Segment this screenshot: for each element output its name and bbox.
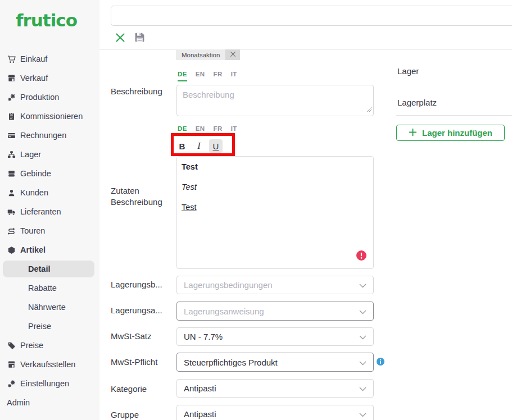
- sidebar-item-naehrwerte[interactable]: Nährwerte: [0, 298, 99, 317]
- sidebar-item-label: Artikel: [20, 245, 46, 254]
- tab-fr[interactable]: FR: [214, 71, 223, 81]
- select-value: Antipasti: [184, 409, 216, 419]
- select-placeholder: Lagerungsanweisung: [184, 307, 264, 316]
- frutico-logo: frutico: [16, 10, 77, 30]
- ingredients-language-tabs: DE EN FR IT: [178, 125, 237, 136]
- cancel-button[interactable]: [114, 31, 127, 45]
- sidebar-item-rechnungen[interactable]: Rechnungen: [0, 126, 99, 145]
- sidebar-item-preise[interactable]: Preise: [0, 336, 99, 355]
- tab-it[interactable]: IT: [231, 71, 237, 81]
- sidebar-item-artikel[interactable]: Artikel: [0, 240, 99, 259]
- sidebar-item-produktion[interactable]: Produktion: [0, 88, 99, 107]
- ingredients-rich-text-editor[interactable]: Test Test Test: [176, 156, 374, 269]
- italic-button[interactable]: I: [192, 139, 206, 153]
- storefront-icon: [7, 360, 16, 369]
- editor-underline-line: Test: [182, 202, 369, 212]
- sidebar-item-label: Touren: [20, 226, 45, 235]
- kategorie-select[interactable]: Antipasti: [176, 379, 374, 398]
- lagerungsbedingungen-select[interactable]: Lagerungsbedingungen: [176, 276, 374, 294]
- gears-icon: [7, 93, 16, 102]
- chevron-down-icon: [359, 384, 366, 393]
- description-textarea-wrap: [176, 85, 374, 116]
- right-panel-divider: [396, 115, 512, 116]
- sidebar-item-label: Rechnungen: [20, 131, 66, 140]
- sidebar-item-label: Gebinde: [20, 169, 51, 178]
- sidebar-item-label: Kommissionieren: [20, 112, 83, 121]
- chevron-down-icon: [359, 332, 366, 341]
- sidebar-item-kunden[interactable]: Kunden: [0, 183, 99, 202]
- validation-error-icon: [356, 250, 366, 261]
- underline-button[interactable]: U: [209, 139, 223, 153]
- sidebar-item-verkauf[interactable]: Verkauf: [0, 69, 99, 88]
- editor-bold-line: Test: [182, 162, 369, 172]
- sidebar-item-gebinde[interactable]: Gebinde: [0, 164, 99, 183]
- sidebar-item-label: Preise: [28, 322, 51, 331]
- sidebar-item-label: Admin: [7, 398, 30, 407]
- sidebar-item-label: Produktion: [20, 93, 59, 102]
- chevron-down-icon: [359, 409, 366, 419]
- header-input[interactable]: [111, 6, 512, 26]
- tag-chip-remove-button[interactable]: [225, 49, 240, 60]
- tab-de[interactable]: DE: [178, 71, 187, 81]
- sidebar-item-lieferanten[interactable]: Lieferanten: [0, 202, 99, 221]
- tab-it[interactable]: IT: [231, 125, 237, 136]
- add-lager-button[interactable]: Lager hinzufügen: [396, 125, 505, 141]
- description-label: Beschreibung: [111, 86, 162, 97]
- bold-button[interactable]: B: [175, 139, 189, 153]
- field-label-lagerungsbedingungen: Lagerungsb...: [111, 279, 162, 290]
- invoice-card-icon: [7, 131, 16, 140]
- lagerungsanweisung-select[interactable]: Lagerungsanweisung: [176, 302, 374, 321]
- tag-chip-monatsaktion: Monatsaktion: [176, 49, 240, 60]
- info-icon[interactable]: [377, 358, 384, 366]
- sidebar-item-label: Lieferanten: [20, 207, 61, 216]
- sidebar: frutico Einkauf Verkauf Produktion Kommi…: [0, 0, 99, 420]
- save-button[interactable]: [133, 31, 146, 45]
- sidebar-item-admin[interactable]: Admin: [0, 393, 99, 412]
- sidebar-item-preise-sub[interactable]: Preise: [0, 317, 99, 336]
- truck-icon: [7, 207, 16, 216]
- select-placeholder: Lagerungsbedingungen: [184, 280, 273, 290]
- price-tag-icon: [7, 341, 16, 350]
- sidebar-item-label: Lager: [20, 150, 41, 159]
- sidebar-item-kommissionieren[interactable]: Kommissionieren: [0, 107, 99, 126]
- sidebar-item-label: Einstellungen: [20, 379, 69, 388]
- tab-de[interactable]: DE: [178, 125, 187, 136]
- plus-icon: [409, 128, 417, 138]
- sidebar-item-lager[interactable]: Lager: [0, 145, 99, 164]
- ingredients-label-line2: Beschreibung: [111, 197, 162, 208]
- gruppe-select[interactable]: Antipasti: [176, 405, 374, 420]
- sidebar-menu: Einkauf Verkauf Produktion Kommissionier…: [0, 49, 99, 412]
- chevron-down-icon: [359, 280, 366, 290]
- lager-label: Lager: [397, 66, 419, 76]
- tab-fr[interactable]: FR: [214, 125, 223, 136]
- select-value: Steuerpflichtiges Produkt: [184, 358, 278, 367]
- sidebar-item-detail[interactable]: Detail: [3, 261, 94, 277]
- app-window: frutico Einkauf Verkauf Produktion Kommi…: [0, 0, 512, 420]
- field-label-mwst-satz: MwSt-Satz: [111, 331, 152, 342]
- mwst-satz-select[interactable]: UN - 7.7%: [176, 327, 374, 346]
- select-value: Antipasti: [184, 384, 216, 393]
- sidebar-item-label: Verkauf: [20, 74, 48, 83]
- sidebar-item-einkauf[interactable]: Einkauf: [0, 49, 99, 69]
- sidebar-item-einstellungen[interactable]: Einstellungen: [0, 374, 99, 393]
- tab-en[interactable]: EN: [196, 71, 205, 81]
- customer-icon: [7, 188, 16, 197]
- sidebar-item-rabatte[interactable]: Rabatte: [0, 279, 99, 298]
- route-icon: [7, 226, 16, 235]
- sidebar-item-verkaufsstellen[interactable]: Verkaufsstellen: [0, 355, 99, 374]
- mwst-pflicht-select[interactable]: Steuerpflichtiges Produkt: [176, 353, 374, 372]
- tab-en[interactable]: EN: [196, 125, 205, 136]
- description-textarea[interactable]: [176, 85, 374, 116]
- gears-icon: [7, 379, 16, 388]
- ingredients-description-label: Zutaten Beschreibung: [111, 185, 162, 208]
- sidebar-item-label: Detail: [28, 264, 51, 273]
- sidebar-item-touren[interactable]: Touren: [0, 221, 99, 240]
- select-value: UN - 7.7%: [184, 332, 223, 341]
- ingredients-label-line1: Zutaten: [111, 185, 162, 197]
- field-label-gruppe: Gruppe: [111, 409, 139, 420]
- resize-handle-icon[interactable]: [366, 104, 372, 115]
- container-stack-icon: [7, 169, 16, 178]
- header-divider: [99, 49, 512, 50]
- description-language-tabs: DE EN FR IT: [178, 71, 237, 81]
- article-hexagon-icon: [7, 245, 16, 254]
